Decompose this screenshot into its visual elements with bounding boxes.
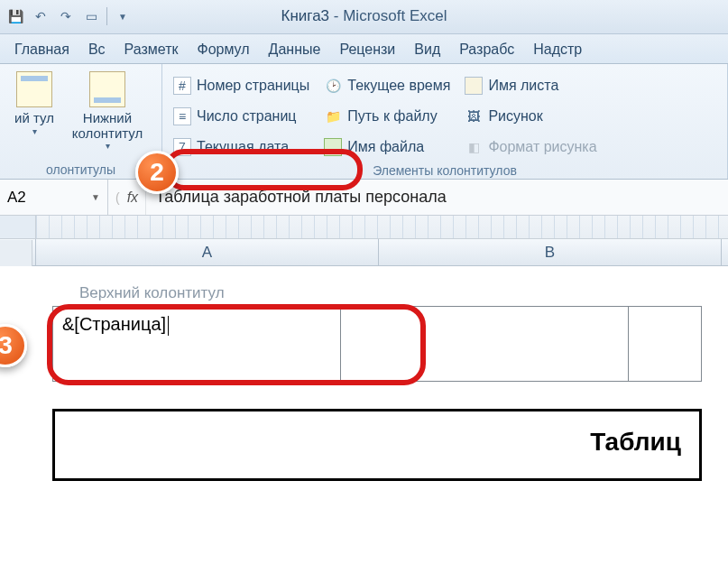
name-box[interactable]: A2 ▼	[0, 180, 108, 215]
header-button-label: ий тул	[14, 111, 54, 126]
ribbon: ий тул ▾ Нижний колонтитул ▾ олонтитулы …	[0, 64, 728, 180]
current-date-button[interactable]: 7 Текущая дата	[170, 134, 313, 160]
format-picture-icon: ◧	[465, 138, 483, 156]
picture-icon: 🖼	[465, 107, 483, 125]
tab-insert[interactable]: Вс	[79, 36, 115, 63]
document-table-title: Таблиц	[590, 428, 681, 457]
formula-bar-buttons: ( fx	[108, 180, 146, 215]
header-area-label: Верхний колонтитул	[79, 284, 702, 302]
formula-bar: A2 ▼ ( fx Таблица заработной платы персо…	[0, 180, 728, 216]
group-header-elements-label: Элементы колонтитулов	[170, 160, 720, 178]
page-number-label: Номер страницы	[197, 78, 309, 94]
group-header-elements: # Номер страницы ≡ Число страниц 7 Текущ…	[162, 64, 728, 179]
tab-view[interactable]: Вид	[405, 36, 450, 63]
file-icon	[324, 138, 342, 156]
window-title: Книга3 - Microsoft Excel	[0, 7, 728, 25]
picture-button[interactable]: 🖼 Рисунок	[461, 104, 600, 129]
sheet-name-button[interactable]: Имя листа	[461, 73, 600, 98]
page-surface: Верхний колонтитул &[Страница] Таблиц	[52, 284, 702, 481]
group-header-footer-label: олонтитулы	[7, 159, 154, 177]
file-name-label: Имя файла	[347, 139, 424, 155]
tab-home[interactable]: Главная	[5, 36, 79, 63]
footer-icon	[89, 71, 125, 107]
document-name: Книга3	[281, 7, 330, 24]
text-cursor	[168, 316, 169, 336]
page-number-button[interactable]: # Номер страницы	[170, 73, 313, 98]
formula-value: Таблица заработной платы персонала	[155, 188, 447, 207]
format-picture-label: Формат рисунка	[488, 139, 596, 155]
current-date-label: Текущая дата	[197, 139, 289, 155]
title-bar: 💾 ↶ ↷ ▭ ▼ Книга3 - Microsoft Excel	[0, 0, 728, 34]
folder-icon: 📁	[324, 107, 342, 125]
name-box-value: A2	[7, 189, 26, 207]
footer-button[interactable]: Нижний колонтитул ▾	[69, 68, 146, 151]
footer-button-label: Нижний колонтитул	[69, 111, 146, 141]
header-left-section[interactable]: &[Страница]	[53, 307, 341, 381]
formula-input[interactable]: Таблица заработной платы персонала	[146, 180, 728, 215]
column-header-b[interactable]: B	[379, 239, 722, 265]
header-icon	[16, 71, 52, 107]
current-time-label: Текущее время	[347, 78, 450, 94]
chevron-down-icon[interactable]: ▼	[91, 192, 100, 202]
tab-data[interactable]: Данные	[260, 36, 331, 63]
app-name: Microsoft Excel	[343, 7, 447, 24]
sheet-icon	[465, 77, 483, 95]
tab-review[interactable]: Рецензи	[330, 36, 405, 63]
header-button[interactable]: ий тул ▾	[7, 68, 61, 136]
file-path-label: Путь к файлу	[347, 108, 437, 125]
file-name-button[interactable]: Имя файла	[320, 134, 454, 160]
sheet-name-label: Имя листа	[488, 78, 558, 94]
column-header-a[interactable]: A	[36, 239, 379, 265]
header-center-section[interactable]	[341, 307, 629, 381]
calendar-icon: 7	[173, 138, 191, 156]
header-left-value: &[Страница]	[62, 314, 166, 334]
page-count-button[interactable]: ≡ Число страниц	[170, 104, 313, 129]
fx-icon[interactable]: fx	[127, 190, 138, 206]
tab-pagelayout[interactable]: Разметк	[115, 36, 189, 63]
tab-addins[interactable]: Надстр	[524, 36, 592, 63]
worksheet-area[interactable]: Верхний колонтитул &[Страница] Таблиц 3	[0, 266, 728, 564]
tab-formulas[interactable]: Формул	[188, 36, 259, 63]
header-right-section[interactable]	[629, 307, 701, 381]
chevron-down-icon: ▾	[106, 141, 110, 151]
page-count-label: Число страниц	[197, 108, 297, 125]
page-number-icon: #	[173, 77, 191, 95]
formula-open-paren: (	[115, 190, 120, 205]
group-header-footer: ий тул ▾ Нижний колонтитул ▾ олонтитулы	[0, 64, 162, 179]
page-count-icon: ≡	[173, 107, 191, 125]
chevron-down-icon: ▾	[32, 126, 37, 136]
picture-label: Рисунок	[488, 108, 542, 125]
clock-icon: 🕑	[324, 77, 342, 95]
document-table: Таблиц	[52, 409, 702, 481]
ribbon-tabs: Главная Вс Разметк Формул Данные Рецензи…	[0, 34, 728, 64]
column-headers: A B	[0, 239, 728, 266]
annotation-badge-3: 3	[0, 324, 27, 367]
current-time-button[interactable]: 🕑 Текущее время	[320, 73, 454, 98]
tab-developer[interactable]: Разрабс	[450, 36, 524, 63]
ruler-horizontal	[0, 216, 728, 239]
format-picture-button: ◧ Формат рисунка	[461, 134, 600, 160]
header-sections: &[Страница]	[52, 306, 702, 382]
file-path-button[interactable]: 📁 Путь к файлу	[320, 104, 454, 129]
